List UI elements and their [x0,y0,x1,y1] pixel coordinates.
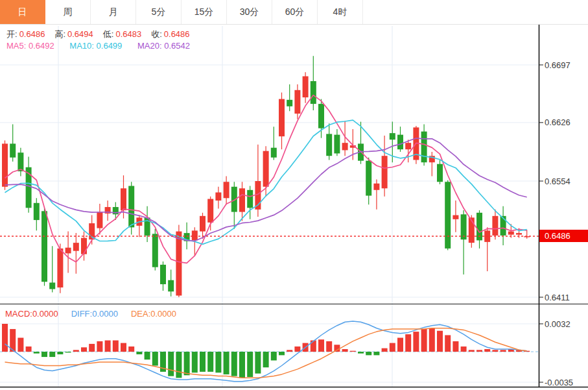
open-label: 开: [6,29,18,39]
dea-label: DEA: [131,309,150,319]
tab-15min[interactable]: 15分 [182,0,227,24]
ma20-value: 0.6542 [164,41,190,51]
tab-4hour[interactable]: 4时 [318,0,363,24]
ma5-label: MA5: [6,41,26,51]
high-value: 0.6494 [67,29,93,39]
tab-day[interactable]: 日 [0,0,45,24]
low-label: 低: [103,29,114,39]
ma10-label: MA10: [69,41,94,51]
tab-month[interactable]: 月 [91,0,136,24]
close-value: 0.6486 [164,29,190,39]
tab-60min[interactable]: 60分 [272,0,318,24]
ma10-value: 0.6499 [97,41,123,51]
close-label: 收: [151,29,162,39]
macd-value: 0.0000 [32,309,58,319]
tab-5min[interactable]: 5分 [136,0,182,24]
tab-week[interactable]: 周 [45,0,91,24]
dea-value: 0.0000 [150,309,176,319]
open-value: 0.6486 [19,29,45,39]
diff-value: 0.0000 [92,309,118,319]
ma5-value: 0.6492 [29,41,54,51]
macd-legend: MACD:0.0000DIFF:0.0000DEA:0.0000 [5,309,176,319]
macd-label: MACD: [5,309,32,319]
ohlc-legend: 开:0.6486高:0.6494低:0.6483收:0.6486 [6,29,200,40]
diff-label: DIFF: [71,309,93,319]
chart-canvas[interactable] [0,25,588,390]
low-value: 0.6483 [115,29,141,39]
current-price-badge: 0.6486 [539,230,588,242]
kline-app: 日 周 月 5分 15分 30分 60分 4时 0.66970.66260.65… [0,0,588,390]
high-label: 高: [54,29,65,39]
tab-30min[interactable]: 30分 [227,0,272,24]
ma20-label: MA20: [137,41,162,51]
timeframe-tabbar: 日 周 月 5分 15分 30分 60分 4时 [0,0,588,25]
ma-legend: MA5: 0.6492 MA10: 0.6499 MA20: 0.6542 [6,41,190,51]
